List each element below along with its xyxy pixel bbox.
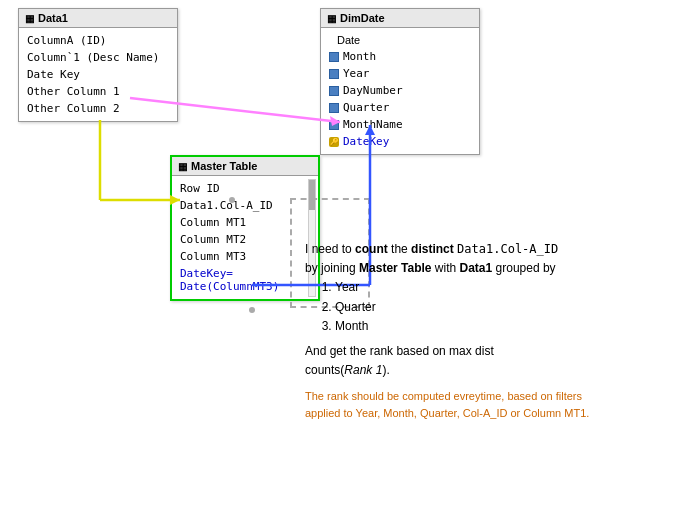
- list-item: Row ID: [180, 180, 304, 197]
- list-item: 🔑 DateKey: [329, 133, 471, 150]
- annotation-bold-master: Master Table: [359, 261, 431, 275]
- dimdate-title: DimDate: [340, 12, 385, 24]
- dimdate-table-header: ▦ DimDate: [321, 9, 479, 28]
- annotation-list: Year Quarter Month: [335, 278, 675, 336]
- data1-title: Data1: [38, 12, 68, 24]
- list-item: Date Key: [27, 66, 169, 83]
- list-item: DateKey= Date(ColumnMT3): [180, 265, 304, 295]
- table-icon: ▦: [178, 161, 187, 172]
- svg-point-8: [249, 307, 255, 313]
- annotation-text-4: by joining: [305, 261, 359, 275]
- annotation-bold-count: count: [355, 242, 388, 256]
- list-item: Year: [329, 65, 471, 82]
- annotation-bold-data1: Data1: [460, 261, 493, 275]
- key-icon: 🔑: [329, 137, 339, 147]
- list-item: Column MT2: [180, 231, 304, 248]
- list-item: Other Column 1: [27, 83, 169, 100]
- list-item: MonthName: [329, 116, 471, 133]
- list-item: DayNumber: [329, 82, 471, 99]
- annotation-secondary: The rank should be computed evreytime, b…: [305, 388, 675, 421]
- annotation-code-col: Data1.Col-A_ID: [457, 242, 558, 256]
- annotation-text-6: grouped by: [492, 261, 555, 275]
- list-item: Column`1 (Desc Name): [27, 49, 169, 66]
- list-item: Column MT1: [180, 214, 304, 231]
- master-table-header: ▦ Master Table: [172, 157, 318, 176]
- list-item: Date: [329, 32, 471, 48]
- dimdate-table-body: Date Month Year DayNumber Quarter MonthN…: [321, 28, 479, 154]
- grid-icon: [329, 86, 339, 96]
- list-item: Quarter: [335, 298, 675, 317]
- list-item: Column MT3: [180, 248, 304, 265]
- annotation-area: I need to count the distinct Data1.Col-A…: [305, 240, 675, 421]
- list-item: Other Column 2: [27, 100, 169, 117]
- table-icon: ▦: [327, 13, 336, 24]
- annotation-text-2: the: [388, 242, 411, 256]
- annotation-main: I need to count the distinct Data1.Col-A…: [305, 240, 675, 380]
- table-icon: ▦: [25, 13, 34, 24]
- list-item: Year: [335, 278, 675, 297]
- grid-icon: [329, 103, 339, 113]
- annotation-text-5: with: [432, 261, 460, 275]
- annotation-text-8: counts(Rank 1).: [305, 363, 390, 377]
- data1-table: ▦ Data1 ColumnA (ID) Column`1 (Desc Name…: [18, 8, 178, 122]
- annotation-text-1: I need to: [305, 242, 355, 256]
- annotation-italic-rank: Rank 1: [344, 363, 382, 377]
- dimdate-table: ▦ DimDate Date Month Year DayNumber Quar…: [320, 8, 480, 155]
- annotation-bold-distinct: distinct: [411, 242, 454, 256]
- list-item: Quarter: [329, 99, 471, 116]
- master-table: ▦ Master Table Row ID Data1.Col-A_ID Col…: [170, 155, 320, 301]
- master-table-body: Row ID Data1.Col-A_ID Column MT1 Column …: [172, 176, 318, 299]
- list-item: Month: [335, 317, 675, 336]
- list-item: Month: [329, 48, 471, 65]
- scrollbar-thumb[interactable]: [309, 180, 315, 210]
- data1-table-header: ▦ Data1: [19, 9, 177, 28]
- grid-icon: [329, 120, 339, 130]
- list-item: Data1.Col-A_ID: [180, 197, 304, 214]
- grid-icon: [329, 52, 339, 62]
- data1-table-body: ColumnA (ID) Column`1 (Desc Name) Date K…: [19, 28, 177, 121]
- annotation-text-7: And get the rank based on max dist: [305, 344, 494, 358]
- list-item: ColumnA (ID): [27, 32, 169, 49]
- master-title: Master Table: [191, 160, 257, 172]
- grid-icon: [329, 69, 339, 79]
